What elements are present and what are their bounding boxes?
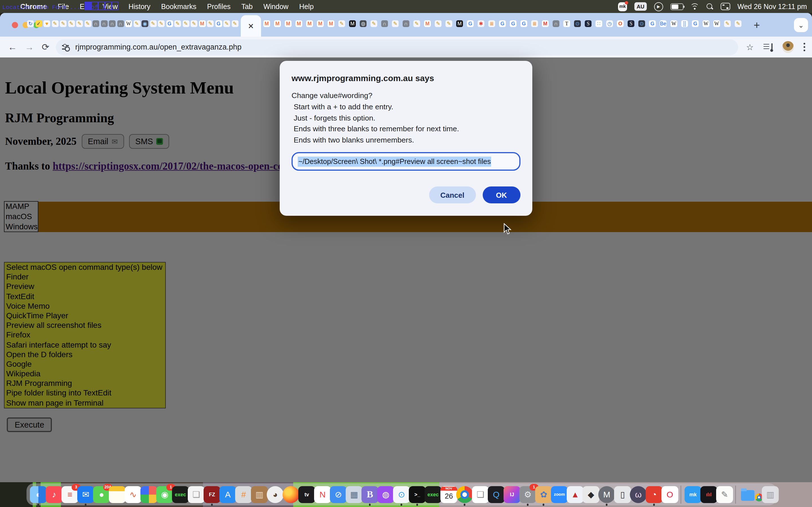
dock-item-freeform[interactable]: ∿: [124, 486, 142, 503]
tab-favicon-google[interactable]: G: [510, 20, 516, 27]
tab-favicon-pencil[interactable]: ✎: [207, 20, 214, 27]
tab-favicon-pencil[interactable]: ✎: [133, 20, 140, 27]
tab-favicon-safari[interactable]: ⊙: [574, 20, 581, 27]
menu-profiles[interactable]: Profiles: [207, 3, 231, 10]
profile-avatar[interactable]: [782, 41, 794, 53]
tab-favicon-wserif[interactable]: W: [703, 20, 709, 27]
tab-favicon-nyt[interactable]: T: [563, 20, 570, 27]
tab-favicon-clock[interactable]: ◷: [606, 20, 613, 27]
tab-favicon-wserif[interactable]: W: [670, 20, 677, 27]
dock-item-messages[interactable]: ●204: [93, 486, 110, 503]
menu-bookmarks[interactable]: Bookmarks: [161, 3, 196, 10]
tab-favicon-mamp[interactable]: M: [424, 20, 431, 27]
dock-item-notes[interactable]: [109, 486, 126, 503]
tab-favicon-pencil[interactable]: ✎: [191, 20, 197, 27]
battery-icon[interactable]: [670, 3, 683, 10]
dock-item-settings[interactable]: ⚙1: [519, 486, 536, 503]
dock-item-terminal-exec[interactable]: exec: [172, 486, 189, 503]
menu-help[interactable]: Help: [299, 3, 313, 10]
tab-favicon-pencil[interactable]: ✎: [158, 20, 165, 27]
tab-favicon-mammoth[interactable]: ∩: [403, 20, 409, 27]
mackeeper-menubar-icon[interactable]: mk: [618, 2, 627, 11]
tab-favicon-gmail[interactable]: M: [542, 20, 549, 27]
active-tab[interactable]: ✕: [241, 15, 261, 37]
tab-favicon-safari[interactable]: ⊙: [638, 20, 645, 27]
tab-favicon-mammoth[interactable]: ∩: [101, 20, 107, 27]
tab-favicon-mamp[interactable]: M: [199, 20, 206, 27]
tab-favicon-dots[interactable]: ∷: [596, 20, 602, 27]
address-bar[interactable]: rjmprogramming.com.au/open_extravaganza.…: [56, 39, 739, 55]
tab-favicon-wheel[interactable]: ✱: [477, 20, 485, 27]
dock-item-document[interactable]: ❏: [188, 486, 205, 503]
dock-item-firefox[interactable]: [283, 486, 299, 503]
ok-button[interactable]: OK: [483, 186, 520, 203]
tab-favicon-mamp[interactable]: M: [296, 20, 302, 27]
tab-favicon-pencil[interactable]: ✎: [174, 20, 181, 27]
tab-favicon-grid[interactable]: ⣿: [681, 20, 688, 27]
tab-favicon-google[interactable]: G: [467, 20, 474, 27]
tab-favicon-google[interactable]: G: [692, 20, 699, 27]
tab-favicon-mamp[interactable]: M: [327, 20, 335, 27]
tab-favicon-chrome[interactable]: ◉: [142, 20, 148, 27]
dock-item-reminders[interactable]: ≡3: [61, 486, 79, 503]
cancel-button[interactable]: Cancel: [429, 186, 476, 203]
dock-item-palette[interactable]: ✿: [535, 486, 552, 503]
tab-favicon-mamp[interactable]: M: [263, 20, 270, 27]
tab-favicon-pencil[interactable]: ✎: [735, 20, 742, 27]
media-controls-icon[interactable]: [763, 43, 772, 51]
dock-item-mackeeper[interactable]: mk: [684, 486, 702, 503]
tab-favicon-pencil[interactable]: ✎: [232, 20, 238, 27]
reload-button[interactable]: ⟳: [42, 42, 49, 52]
tab-favicon-mamp[interactable]: M: [285, 20, 292, 27]
tab-favicon-recycle[interactable]: ↻: [27, 20, 34, 27]
tab-favicon-sdark[interactable]: S: [585, 20, 592, 27]
prompt-input[interactable]: ~/Desktop/Screen\ Shot\ *.png#Preview al…: [292, 152, 520, 171]
tab-favicon-heart[interactable]: ♥: [43, 20, 50, 27]
tab-favicon-google[interactable]: G: [520, 20, 527, 27]
dock-item-facetime[interactable]: ◉1: [156, 486, 173, 503]
tab-favicon-pencil[interactable]: ✎: [223, 20, 230, 27]
tab-favicon-check[interactable]: ✓: [35, 20, 42, 27]
dock-item-intellij[interactable]: IJ: [504, 486, 520, 503]
dock-item-photo-utility[interactable]: ▦: [346, 486, 363, 503]
dock-item-terminal-exec-2[interactable]: exec: [424, 486, 442, 503]
dock-item-contacts[interactable]: ▥: [251, 486, 268, 503]
dock-item-opera[interactable]: O: [661, 486, 678, 503]
menu-tab[interactable]: Tab: [241, 3, 253, 10]
tab-favicon-pencil[interactable]: ✎: [435, 20, 442, 27]
close-tab-icon[interactable]: ✕: [248, 22, 254, 30]
prompt-input-value[interactable]: ~/Desktop/Screen\ Shot\ *.png#Preview al…: [298, 156, 492, 166]
tab-favicon-pencil[interactable]: ✎: [84, 20, 91, 27]
tab-favicon-globe[interactable]: ◍: [360, 20, 366, 27]
site-settings-icon[interactable]: [62, 43, 70, 51]
tab-favicon-mamp[interactable]: M: [274, 20, 281, 27]
back-button[interactable]: ←: [8, 42, 17, 52]
tab-favicon-pencil[interactable]: ✎: [150, 20, 156, 27]
tab-favicon-mammoth[interactable]: ∩: [553, 20, 559, 27]
tab-favicon-mammoth[interactable]: ∩: [117, 20, 124, 27]
dock-item-downloads[interactable]: [739, 486, 756, 503]
tab-favicon-mammoth[interactable]: ∩: [381, 20, 388, 27]
bookmark-star-icon[interactable]: ☆: [746, 42, 754, 52]
dock-item-cmake[interactable]: ▲: [567, 486, 583, 503]
dock-item-zoom[interactable]: zoom: [551, 486, 568, 503]
forward-button[interactable]: →: [25, 42, 34, 52]
url-text[interactable]: rjmprogramming.com.au/open_extravaganza.…: [75, 43, 242, 51]
tab-favicon-stack[interactable]: ≣: [531, 20, 538, 27]
tab-favicon-mblack[interactable]: M: [349, 20, 356, 27]
dock-item-podcasts[interactable]: ◍: [377, 486, 394, 503]
dock-item-mail[interactable]: ✉: [77, 486, 94, 503]
new-tab-button[interactable]: +: [750, 18, 763, 32]
tab-favicon-google[interactable]: G: [166, 20, 173, 27]
tab-favicon-pencil[interactable]: ✎: [76, 20, 83, 27]
dock-item-filezilla[interactable]: FZ: [204, 486, 220, 503]
tab-favicon-pencil[interactable]: ✎: [68, 20, 75, 27]
dock-item-mamp[interactable]: M: [598, 486, 615, 503]
tab-favicon-pencil[interactable]: ✎: [60, 20, 66, 27]
tab-favicon-mblack[interactable]: M: [456, 20, 463, 27]
dock-item-calendar[interactable]: NOV26: [441, 486, 457, 503]
tab-favicon-wiki[interactable]: W: [125, 20, 132, 27]
dock-item-no-sign[interactable]: ⊘: [330, 486, 347, 503]
menu-history[interactable]: History: [129, 3, 151, 10]
spotlight-icon[interactable]: [707, 3, 713, 10]
